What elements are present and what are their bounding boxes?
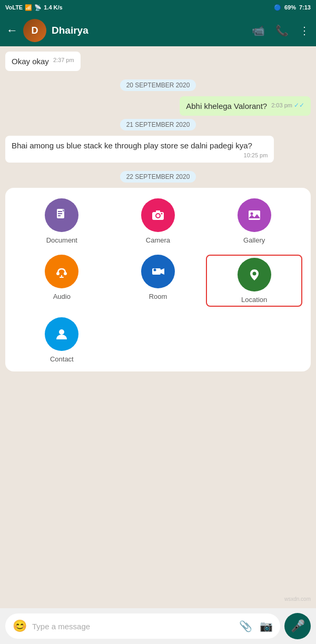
contact-icon-circle bbox=[45, 317, 78, 351]
svg-point-13 bbox=[64, 272, 67, 275]
attach-item-gallery[interactable]: Gallery bbox=[206, 198, 302, 244]
message-bubble-sent: Abhi khelega Valorant? 2:03 pm ✓✓ bbox=[180, 96, 311, 116]
avatar-image: D bbox=[23, 19, 46, 42]
time-label: 7:13 bbox=[299, 4, 311, 11]
attach-item-camera[interactable]: Camera bbox=[110, 198, 206, 244]
contact-name[interactable]: Dhairya bbox=[52, 25, 246, 36]
watermark: wsxdn.com bbox=[284, 596, 311, 602]
location-label: Location bbox=[241, 296, 267, 304]
message-row: Bhai among us blue stack ke through play… bbox=[5, 136, 311, 166]
date-divider: 22 SEPTEMBER 2020 bbox=[5, 171, 311, 183]
battery-label: 69% bbox=[284, 4, 296, 11]
message-time: 10:25 pm bbox=[244, 152, 268, 158]
message-bubble-received: Okay okay 2:37 pm bbox=[5, 52, 81, 71]
svg-point-12 bbox=[56, 272, 60, 275]
svg-point-8 bbox=[161, 213, 162, 215]
document-icon-circle bbox=[45, 198, 78, 232]
phone-call-icon[interactable]: 📞 bbox=[275, 24, 289, 37]
mic-button[interactable]: 🎤 bbox=[284, 613, 311, 639]
gallery-label: Gallery bbox=[243, 236, 265, 244]
camera-icon-circle bbox=[141, 198, 175, 232]
attach-item-location[interactable]: Location bbox=[206, 255, 302, 307]
message-text: Okay okay bbox=[12, 57, 49, 66]
audio-icon-circle bbox=[45, 255, 78, 288]
message-time: 2:03 pm ✓✓ bbox=[271, 102, 304, 109]
svg-rect-16 bbox=[152, 268, 161, 275]
svg-point-19 bbox=[252, 272, 256, 276]
svg-point-10 bbox=[250, 213, 253, 215]
date-label: 22 SEPTEMBER 2020 bbox=[120, 171, 196, 183]
video-call-icon[interactable]: 📹 bbox=[252, 24, 265, 37]
date-label: 21 SEPTEMBER 2020 bbox=[120, 119, 196, 130]
message-ticks: ✓✓ bbox=[294, 102, 304, 109]
location-icon-circle bbox=[238, 258, 271, 291]
document-label: Document bbox=[46, 236, 77, 244]
message-bubble-received: Bhai among us blue stack ke through play… bbox=[5, 136, 274, 163]
attach-item-audio[interactable]: Audio bbox=[14, 255, 110, 307]
svg-rect-7 bbox=[156, 210, 160, 213]
contact-label: Contact bbox=[50, 355, 74, 363]
svg-rect-3 bbox=[58, 215, 61, 216]
status-bar-left: VoLTE 📶 📡 1.4 K/s bbox=[5, 4, 63, 11]
avatar[interactable]: D bbox=[23, 19, 46, 42]
status-bar: VoLTE 📶 📡 1.4 K/s 🔵 69% 7:13 bbox=[0, 0, 316, 15]
svg-rect-9 bbox=[249, 210, 260, 220]
date-divider: 20 SEPTEMBER 2020 bbox=[5, 79, 311, 91]
svg-point-6 bbox=[156, 214, 160, 217]
date-label: 20 SEPTEMBER 2020 bbox=[120, 79, 196, 91]
svg-marker-17 bbox=[161, 268, 164, 275]
status-bar-right: 🔵 69% 7:13 bbox=[274, 4, 311, 11]
signal-icon: 📶 bbox=[25, 4, 32, 11]
message-placeholder[interactable]: Type a message bbox=[32, 622, 234, 631]
message-row: Okay okay 2:37 pm bbox=[5, 52, 311, 74]
date-divider: 21 SEPTEMBER 2020 bbox=[5, 119, 311, 130]
room-icon-circle bbox=[141, 255, 175, 288]
attach-icon[interactable]: 📎 bbox=[239, 620, 252, 632]
message-text: Bhai among us blue stack ke through play… bbox=[12, 141, 252, 150]
attach-item-document[interactable]: Document bbox=[14, 198, 110, 244]
attach-grid: Document Camera bbox=[14, 198, 302, 363]
room-label: Room bbox=[149, 293, 167, 300]
svg-point-20 bbox=[59, 329, 64, 335]
chat-area: Okay okay 2:37 pm 20 SEPTEMBER 2020 Abhi… bbox=[0, 46, 316, 608]
chat-header: ← D Dhairya 📹 📞 ⋮ bbox=[0, 15, 316, 46]
message-input-area: 😊 Type a message 📎 📷 bbox=[5, 613, 280, 639]
carrier-label: VoLTE bbox=[5, 4, 23, 11]
wifi-icon: 📡 bbox=[34, 4, 42, 11]
gallery-icon-circle bbox=[238, 198, 271, 232]
emoji-icon[interactable]: 😊 bbox=[13, 619, 27, 633]
attach-item-contact[interactable]: Contact bbox=[14, 317, 110, 363]
back-button[interactable]: ← bbox=[6, 24, 18, 37]
header-icons: 📹 📞 ⋮ bbox=[252, 24, 310, 37]
camera-label: Camera bbox=[146, 236, 170, 244]
camera-input-icon[interactable]: 📷 bbox=[260, 620, 273, 632]
svg-rect-1 bbox=[58, 211, 62, 212]
svg-rect-15 bbox=[60, 277, 64, 278]
attach-item-room[interactable]: Room bbox=[110, 255, 206, 307]
input-icons: 📎 📷 bbox=[239, 620, 273, 632]
attachment-menu: Document Camera bbox=[5, 188, 311, 371]
svg-rect-2 bbox=[58, 213, 62, 214]
mic-icon: 🎤 bbox=[291, 619, 305, 633]
message-time: 2:37 pm bbox=[53, 57, 74, 63]
svg-point-18 bbox=[153, 269, 156, 271]
more-options-icon[interactable]: ⋮ bbox=[299, 24, 310, 37]
speed-label: 1.4 K/s bbox=[44, 4, 62, 11]
audio-label: Audio bbox=[53, 293, 71, 300]
bottom-bar: 😊 Type a message 📎 📷 🎤 bbox=[0, 608, 316, 644]
message-text: Abhi khelega Valorant? bbox=[186, 102, 267, 110]
bluetooth-icon: 🔵 bbox=[274, 4, 281, 11]
